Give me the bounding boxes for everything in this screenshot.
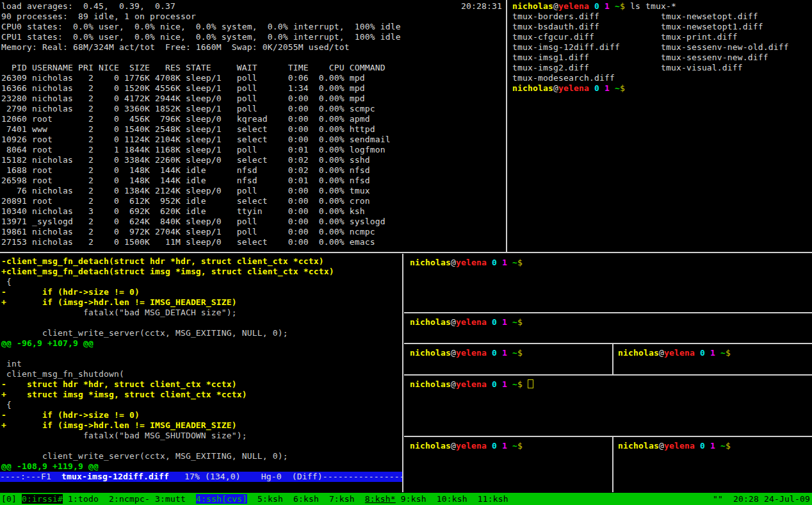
file-list-line: tmux-imsg-12diff.diff tmux-sessenv-new-o… — [512, 42, 812, 53]
prompt-jobs: 1 — [497, 317, 507, 327]
pane-shell-1[interactable]: nicholas@yelena 0 1 ~$ — [404, 254, 812, 316]
prompt-at: @ — [451, 348, 456, 358]
diff-line-context: client_write_server(cctx, MSG_EXITING, N… — [1, 451, 403, 461]
prompt-user: nicholas — [512, 1, 553, 11]
prompt-host: yelena — [456, 379, 487, 389]
status-separator — [283, 494, 293, 504]
diff-line-context: client_write_server(cctx, MSG_EXITING, N… — [1, 328, 403, 338]
status-window-2ncmpc[interactable]: 2:ncmpc- — [109, 494, 150, 504]
prompt-hist: 0 — [487, 379, 497, 389]
diff-line-context: int — [1, 359, 403, 369]
pane-shell-2[interactable]: nicholas@yelena 0 1 ~$ — [404, 313, 812, 347]
top-memory-line: Memory: Real: 68M/324M act/tot Free: 166… — [1, 42, 507, 53]
pane-shell-row-5: nicholas@yelena 0 1 ~$ nicholas@yelena 0… — [404, 437, 812, 492]
prompt-jobs: 1 — [497, 441, 507, 451]
pane-shell-ls[interactable]: nicholas@yelena 0 1 ~$ ls tmux-* tmux-bo… — [507, 0, 812, 253]
prompt-jobs: 1 — [599, 83, 610, 93]
status-separator — [99, 494, 109, 504]
shell-command-line[interactable]: nicholas@yelena 0 1 ~$ ls tmux-* — [512, 1, 812, 12]
prompt-user: nicholas — [618, 348, 659, 358]
shell-prompt-line[interactable]: nicholas@yelena 0 1 ~$ — [410, 258, 812, 268]
shell-prompt-line[interactable]: nicholas@yelena 0 1 ~$ — [410, 441, 618, 451]
status-window-7ksh[interactable]: 7:ksh — [329, 494, 355, 504]
diff-line-context — [1, 349, 403, 359]
status-separator — [319, 494, 329, 504]
pane-top-process-monitor[interactable]: load averages: 0.45, 0.39, 0.3720:28:31 … — [0, 0, 507, 253]
emacs-minibuffer[interactable] — [0, 482, 402, 492]
shell-prompt-line[interactable]: nicholas@yelena 0 1 ~$ — [512, 83, 812, 94]
shell-prompt-line[interactable]: nicholas@yelena 0 1 ~$ — [410, 379, 812, 390]
status-window-3mutt[interactable]: 3:mutt — [155, 494, 186, 504]
prompt-hist: 0 — [695, 348, 705, 358]
diff-line-removed: - if (hdr->size != 0) — [1, 410, 403, 420]
status-window-1todo[interactable]: 1:todo — [68, 494, 99, 504]
prompt-path: ~ — [610, 83, 620, 93]
shell-prompt-line[interactable]: nicholas@yelena 0 1 ~$ — [410, 348, 618, 358]
status-window-11ksh[interactable]: 11:ksh — [478, 494, 508, 504]
process-row: 8064 root 2 1 1844K 1168K sleep/1 poll 0… — [1, 145, 507, 155]
prompt-host: yelena — [456, 348, 487, 358]
prompt-user: nicholas — [410, 317, 451, 327]
diff-line-context: fatalx("bad MSG_DETACH size"); — [1, 308, 403, 318]
top-cpu1-line: CPU1 states: 0.0% user, 0.0% nice, 0.0% … — [1, 32, 507, 42]
prompt-path: ~ — [507, 441, 517, 451]
top-clock: 20:28:31 — [461, 1, 502, 12]
prompt-at: @ — [659, 441, 664, 451]
shell-prompt: nicholas@yelena 0 1 ~$ — [410, 441, 523, 451]
file-list: tmux-borders.diff tmux-newsetopt.difftmu… — [512, 12, 812, 83]
process-row: 76 nicholas 2 0 1384K 2124K sleep/0 poll… — [1, 186, 507, 196]
prompt-dollar: $ — [517, 317, 523, 327]
prompt-user: nicholas — [410, 348, 451, 358]
pane-emacs-diff[interactable]: -client_msg_fn_detach(struct hdr *hdr, s… — [0, 254, 403, 495]
prompt-hist: 0 — [487, 348, 497, 358]
prompt-path: ~ — [715, 348, 726, 358]
process-row: 26309 nicholas 2 0 1776K 4708K sleep/1 p… — [1, 73, 507, 83]
process-row: 10340 nicholas 3 0 692K 620K idle ttyin … — [1, 206, 507, 217]
status-window-9ksh[interactable]: 9:ksh — [401, 494, 426, 504]
status-separator — [63, 494, 68, 504]
shell-prompt-line[interactable]: nicholas@yelena 0 1 ~$ — [618, 441, 812, 451]
file-list-line: tmux-modesearch.diff — [512, 73, 812, 83]
pane-shell-active[interactable]: nicholas@yelena 0 1 ~$ — [404, 376, 812, 440]
prompt-dollar: $ — [517, 441, 523, 451]
emacs-buffer-name: tmux-imsg-12diff.diff — [61, 472, 169, 481]
diff-line-added: + struct imsg *imsg, struct client_ctx *… — [1, 390, 403, 400]
prompt-at: @ — [659, 348, 664, 358]
file-list-line: tmux-bsdauth.diff tmux-newsetopt1.diff — [512, 22, 812, 32]
pane-shell-4[interactable]: nicholas@yelena 0 1 ~$ — [613, 344, 812, 374]
pane-shell-3[interactable]: nicholas@yelena 0 1 ~$ — [404, 344, 618, 374]
prompt-host: yelena — [664, 441, 695, 451]
pane-shell-5[interactable]: nicholas@yelena 0 1 ~$ — [404, 437, 618, 492]
prompt-path: ~ — [507, 379, 517, 389]
status-window-10ksh[interactable]: 10:ksh — [437, 494, 467, 504]
prompt-host: yelena — [558, 1, 589, 11]
shell-prompt-line[interactable]: nicholas@yelena 0 1 ~$ — [410, 317, 812, 327]
process-row: 19861 nicholas 2 0 972K 2704K sleep/1 po… — [1, 227, 507, 237]
status-separator — [467, 494, 478, 504]
prompt-hist: 0 — [589, 1, 599, 11]
status-window-8ksh[interactable]: 8:ksh* — [365, 494, 396, 504]
diff-line-context — [1, 441, 403, 451]
tmux-session-screen: load averages: 0.45, 0.39, 0.3720:28:31 … — [0, 0, 812, 505]
diff-line-added: +client_msg_fn_detach(struct imsg *imsg,… — [1, 267, 403, 277]
status-window-list: 0:irssi# 1:todo 2:ncmpc- 3:mutt 4:ssh[cv… — [17, 494, 508, 504]
diff-line-context: { — [1, 277, 403, 287]
status-window-0irssi[interactable]: 0:irssi# — [22, 494, 63, 504]
status-window-5ksh[interactable]: 5:ksh — [257, 494, 283, 504]
diff-line-context: client_msg_fn_shutdown( — [1, 369, 403, 379]
pane-shell-6[interactable]: nicholas@yelena 0 1 ~$ — [613, 437, 812, 492]
status-window-4sshcvs[interactable]: 4:ssh[cvs] — [196, 494, 247, 504]
prompt-at: @ — [553, 83, 558, 93]
prompt-path: ~ — [507, 348, 517, 358]
shell-prompt-line[interactable]: nicholas@yelena 0 1 ~$ — [618, 348, 812, 358]
shell-prompt: nicholas@yelena 0 1 ~$ — [410, 258, 523, 267]
status-separator — [426, 494, 437, 504]
diff-line-hunk: @@ -96,9 +107,9 @@ — [1, 338, 403, 349]
prompt-user: nicholas — [410, 379, 451, 389]
diff-line-hunk: @@ -108,9 +119,9 @@ — [1, 461, 403, 472]
prompt-path: ~ — [715, 441, 726, 451]
status-window-6ksh[interactable]: 6:ksh — [293, 494, 319, 504]
prompt-host: yelena — [456, 441, 487, 451]
shell-prompt: nicholas@yelena 0 1 ~$ — [618, 348, 731, 358]
pane-border-vertical-bottom — [402, 254, 403, 492]
